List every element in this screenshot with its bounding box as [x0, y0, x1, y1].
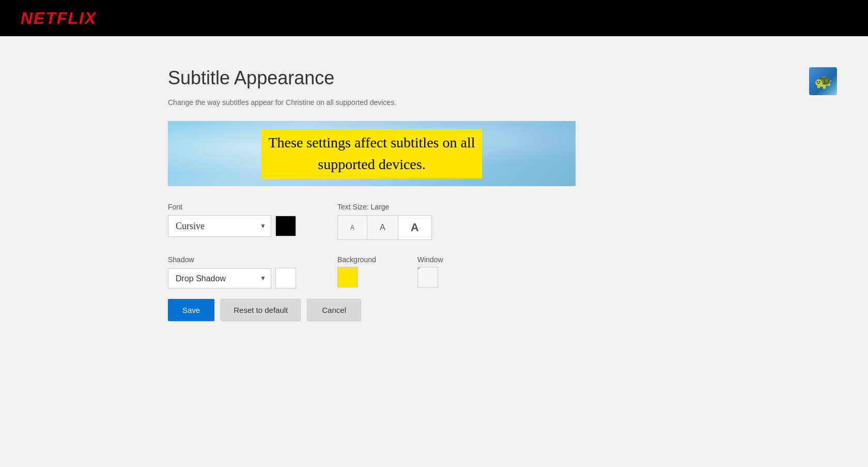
- shadow-field-row: Drop Shadow Raised Depressed Uniform Non…: [168, 268, 296, 289]
- shadow-dropdown-wrapper: Drop Shadow Raised Depressed Uniform Non…: [168, 268, 271, 289]
- window-field-group: Window: [417, 255, 443, 288]
- background-field-group: Background: [337, 255, 376, 288]
- text-size-label: Text Size: Large: [337, 203, 432, 211]
- settings-row-1: Font Cursive Arial Times New Roman Comic…: [168, 203, 868, 240]
- preview-line1: These settings affect subtitles on all: [269, 134, 475, 150]
- font-dropdown-wrapper: Cursive Arial Times New Roman Comic Sans…: [168, 215, 271, 237]
- text-size-large-button[interactable]: A: [398, 215, 432, 240]
- window-color-swatch[interactable]: [417, 267, 438, 288]
- save-button[interactable]: Save: [168, 299, 214, 321]
- thumbnail[interactable]: [809, 67, 837, 95]
- background-label: Background: [337, 255, 376, 264]
- font-field-row: Cursive Arial Times New Roman Comic Sans…: [168, 215, 296, 237]
- settings-row-2: Shadow Drop Shadow Raised Depressed Unif…: [168, 255, 868, 289]
- background-color-swatch[interactable]: [337, 267, 358, 288]
- shadow-color-swatch[interactable]: [275, 268, 296, 289]
- font-label: Font: [168, 203, 296, 211]
- font-field-group: Font Cursive Arial Times New Roman Comic…: [168, 203, 296, 237]
- text-size-medium-button[interactable]: A: [367, 215, 398, 240]
- netflix-logo[interactable]: NETFLIX: [21, 9, 97, 28]
- text-size-group: A A A: [337, 215, 432, 240]
- main-content: Subtitle Appearance Change the way subti…: [0, 36, 868, 321]
- text-size-small-button[interactable]: A: [337, 215, 367, 240]
- window-label: Window: [417, 255, 443, 264]
- cancel-button[interactable]: Cancel: [307, 299, 361, 321]
- shadow-select[interactable]: Drop Shadow Raised Depressed Uniform Non…: [168, 268, 271, 289]
- preview-line2: supported devices.: [318, 156, 425, 172]
- subtitle-preview: These settings affect subtitles on all s…: [168, 121, 576, 186]
- font-select[interactable]: Cursive Arial Times New Roman Comic Sans: [168, 215, 271, 237]
- font-color-swatch[interactable]: [275, 216, 296, 236]
- shadow-label: Shadow: [168, 255, 296, 264]
- page-description: Change the way subtitles appear for Chri…: [168, 98, 868, 107]
- reset-button[interactable]: Reset to default: [221, 299, 301, 321]
- text-size-field-group: Text Size: Large A A A: [337, 203, 432, 240]
- thumbnail-image: [809, 67, 837, 95]
- page-title: Subtitle Appearance: [168, 67, 868, 89]
- action-buttons: Save Reset to default Cancel: [168, 299, 868, 321]
- header: NETFLIX: [0, 0, 868, 36]
- preview-text: These settings affect subtitles on all s…: [261, 129, 483, 178]
- shadow-field-group: Shadow Drop Shadow Raised Depressed Unif…: [168, 255, 296, 289]
